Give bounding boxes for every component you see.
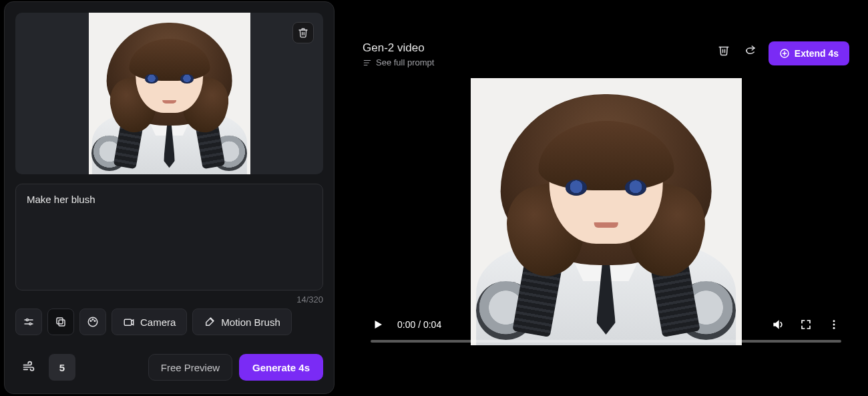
svg-point-3 [29,323,31,325]
style-button[interactable] [79,309,106,335]
camera-icon [123,316,135,328]
delete-output-button[interactable] [715,41,732,59]
prompt-text: Make her blush [27,194,95,205]
output-title: Gen-2 video [363,41,706,55]
motion-value[interactable]: 5 [49,354,75,381]
svg-rect-5 [57,318,63,324]
svg-point-9 [94,321,95,322]
svg-point-7 [90,321,91,322]
fullscreen-icon [800,319,812,331]
input-image-thumbnail[interactable] [89,13,250,174]
bottom-row: 5 Free Preview Generate 4s [15,354,323,381]
motion-brush-button[interactable]: Motion Brush [192,309,291,335]
svg-point-2 [26,319,28,321]
see-full-prompt-label: See full prompt [376,57,434,67]
fullscreen-button[interactable] [797,316,815,333]
svg-rect-10 [124,319,132,325]
svg-marker-17 [375,321,383,329]
trash-icon [298,27,308,38]
svg-point-18 [833,320,835,322]
sliders-icon [23,316,35,328]
see-full-prompt-button[interactable]: See full prompt [363,57,706,67]
input-image-slot [15,13,323,174]
brush-icon [204,316,216,328]
svg-point-8 [92,319,93,321]
free-preview-button[interactable]: Free Preview [148,354,232,381]
extend-label: Extend 4s [795,48,839,59]
portrait-illustration [89,13,250,174]
char-count: 14/320 [15,294,323,305]
plus-circle-icon [779,48,790,59]
generation-panel: Make her blush 14/320 Camera Motion Brus… [4,1,335,394]
palette-icon [87,316,99,328]
share-button[interactable] [742,41,759,59]
volume-button[interactable] [769,316,787,333]
play-icon [372,319,384,331]
volume-icon [771,318,785,331]
generate-button[interactable]: Generate 4s [239,354,323,381]
camera-label: Camera [140,317,176,328]
video-player[interactable]: 0:00 / 0:04 [363,78,849,345]
svg-rect-4 [59,320,65,326]
motion-intensity-button[interactable] [15,354,42,381]
svg-point-20 [833,327,835,329]
output-header: Gen-2 video See full prompt Extend 4s [363,41,849,67]
motion-brush-label: Motion Brush [221,317,280,328]
list-icon [363,58,372,67]
trash-icon [718,44,730,56]
more-button[interactable] [825,316,843,333]
play-button[interactable] [369,316,387,333]
video-controls: 0:00 / 0:04 [363,307,849,345]
video-frame [471,78,742,345]
copy-icon [55,316,67,328]
tool-row: Camera Motion Brush [15,309,323,335]
remove-image-button[interactable] [292,22,314,43]
aspect-ratio-button[interactable] [47,309,74,335]
settings-button[interactable] [15,309,42,335]
time-display: 0:00 / 0:04 [397,319,441,330]
camera-button[interactable]: Camera [112,309,187,335]
share-icon [744,44,756,56]
wind-icon [22,361,35,374]
output-panel: Gen-2 video See full prompt Extend 4s [335,0,868,396]
more-vertical-icon [828,319,840,331]
portrait-illustration [471,78,742,345]
extend-button[interactable]: Extend 4s [769,41,849,65]
progress-bar[interactable] [371,340,841,343]
prompt-input[interactable]: Make her blush [15,184,323,290]
svg-point-19 [833,324,835,326]
